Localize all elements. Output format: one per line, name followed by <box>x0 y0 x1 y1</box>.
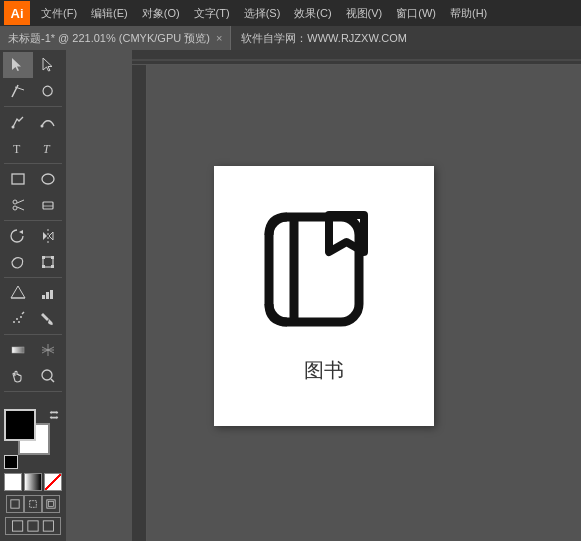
svg-point-2 <box>12 126 15 129</box>
sep-5 <box>4 334 62 335</box>
ruler-vertical <box>132 65 147 541</box>
menu-help[interactable]: 帮助(H) <box>443 4 494 23</box>
tool-row-8 <box>0 249 66 275</box>
fg-color-swatch[interactable] <box>4 409 36 441</box>
active-tab[interactable]: 未标题-1* @ 221.01% (CMYK/GPU 预览) × <box>0 26 231 50</box>
tool-row-9 <box>0 280 66 306</box>
free-transform-tool[interactable] <box>33 249 63 275</box>
svg-rect-24 <box>46 292 49 299</box>
tool-row-7 <box>0 223 66 249</box>
gradient-tool[interactable] <box>3 337 33 363</box>
sep-1 <box>4 106 62 107</box>
color-fill-button[interactable] <box>4 473 22 491</box>
menu-effect[interactable]: 效果(C) <box>287 4 338 23</box>
svg-point-31 <box>42 370 52 380</box>
tool-row-6 <box>0 192 66 218</box>
svg-rect-23 <box>42 295 45 299</box>
menu-text[interactable]: 文字(T) <box>187 4 237 23</box>
hand-tool[interactable] <box>3 363 33 389</box>
symbol-sprayer-tool[interactable] <box>3 306 33 332</box>
svg-rect-35 <box>47 500 55 508</box>
lasso-tool[interactable] <box>33 78 63 104</box>
paint-bucket-tool[interactable] <box>33 306 63 332</box>
menu-bar: Ai 文件(F) 编辑(E) 对象(O) 文字(T) 选择(S) 效果(C) 视… <box>0 0 581 26</box>
tool-row-11 <box>0 337 66 363</box>
app-logo: Ai <box>4 1 30 25</box>
rotate-tool[interactable] <box>3 223 33 249</box>
canvas-area: 图书 <box>66 50 581 541</box>
select-tool[interactable] <box>3 52 33 78</box>
menu-select[interactable]: 选择(S) <box>237 4 288 23</box>
reset-colors-button[interactable] <box>4 455 18 469</box>
type-path-tool[interactable]: T <box>33 135 63 161</box>
pen-tool[interactable] <box>3 109 33 135</box>
menu-window[interactable]: 窗口(W) <box>389 4 443 23</box>
tool-row-12 <box>0 363 66 389</box>
tool-row-4: T T <box>0 135 66 161</box>
book-label: 图书 <box>304 357 344 384</box>
draw-behind-mode[interactable] <box>42 495 60 513</box>
screen-mode-button[interactable] <box>5 517 61 535</box>
menu-object[interactable]: 对象(O) <box>135 4 187 23</box>
svg-rect-36 <box>49 502 54 507</box>
svg-point-7 <box>42 174 54 184</box>
type-tool[interactable]: T <box>3 135 33 161</box>
svg-point-29 <box>20 316 22 318</box>
no-fill-button[interactable] <box>44 473 62 491</box>
svg-line-0 <box>12 85 18 97</box>
sep-6 <box>4 391 62 392</box>
svg-rect-42 <box>269 217 359 322</box>
eraser-tool[interactable] <box>33 192 63 218</box>
curvature-tool[interactable] <box>33 109 63 135</box>
swap-colors-button[interactable] <box>48 409 62 423</box>
column-graph-tool[interactable] <box>33 280 63 306</box>
reflect-tool[interactable] <box>33 223 63 249</box>
svg-rect-34 <box>30 501 37 508</box>
artboard: 图书 <box>214 166 434 426</box>
warp-tool[interactable] <box>3 249 33 275</box>
screen-mode-row <box>4 517 62 535</box>
svg-rect-38 <box>28 521 38 531</box>
svg-rect-30 <box>12 347 24 353</box>
svg-rect-33 <box>11 500 19 508</box>
svg-rect-18 <box>51 256 54 259</box>
mesh-tool[interactable] <box>33 337 63 363</box>
main-area: T T <box>0 50 581 541</box>
sep-4 <box>4 277 62 278</box>
gradient-fill-button[interactable] <box>24 473 42 491</box>
scissors-tool[interactable] <box>3 192 33 218</box>
ellipse-tool[interactable] <box>33 166 63 192</box>
tab-close-button[interactable]: × <box>216 32 222 44</box>
svg-rect-19 <box>42 265 45 268</box>
svg-line-32 <box>51 379 54 382</box>
svg-rect-17 <box>42 256 45 259</box>
svg-text:T: T <box>13 142 21 156</box>
perspective-tool[interactable] <box>3 280 33 306</box>
svg-line-11 <box>17 207 24 210</box>
svg-point-9 <box>13 206 17 210</box>
tool-row-10 <box>0 306 66 332</box>
svg-rect-37 <box>12 521 22 531</box>
sep-3 <box>4 220 62 221</box>
svg-marker-21 <box>11 286 25 298</box>
svg-rect-20 <box>51 265 54 268</box>
menu-view[interactable]: 视图(V) <box>339 4 390 23</box>
menu-edit[interactable]: 编辑(E) <box>84 4 135 23</box>
direct-select-tool[interactable] <box>33 52 63 78</box>
tool-row-5 <box>0 166 66 192</box>
toolbar: T T <box>0 50 66 541</box>
svg-rect-40 <box>132 50 581 65</box>
ruler-horizontal <box>132 50 581 65</box>
magic-wand-tool[interactable] <box>3 78 33 104</box>
normal-draw-mode[interactable] <box>6 495 24 513</box>
color-swatches <box>4 409 62 469</box>
svg-text:T: T <box>43 142 51 156</box>
draw-mode-row <box>4 495 62 513</box>
draw-inside-mode[interactable] <box>24 495 42 513</box>
rectangle-tool[interactable] <box>3 166 33 192</box>
svg-rect-39 <box>43 521 53 531</box>
svg-point-27 <box>16 318 18 320</box>
zoom-tool[interactable] <box>33 363 63 389</box>
menu-file[interactable]: 文件(F) <box>34 4 84 23</box>
svg-rect-12 <box>43 202 53 209</box>
